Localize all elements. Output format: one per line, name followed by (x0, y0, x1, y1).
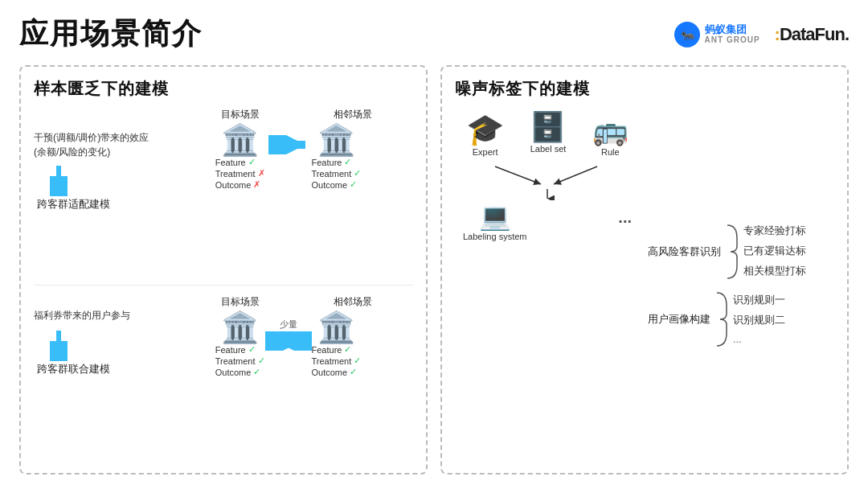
check-row: Treatment✗ (215, 168, 265, 179)
graduate-icon: 🎓 (466, 114, 504, 145)
ant-icon: 🐜 (674, 22, 700, 47)
noise-icons-section: 🎓 Expert 🗄️ Label set 🚌 Rule (455, 108, 640, 462)
check-row: Outcome✓ (312, 179, 362, 190)
noise-arrows-svg (467, 160, 628, 200)
right-panel: 噪声标签下的建模 🎓 Expert 🗄️ Label set (440, 65, 849, 475)
right-content: 🎓 Expert 🗄️ Label set 🚌 Rule (455, 108, 834, 462)
right-panel-title: 噪声标签下的建模 (455, 78, 834, 100)
neighbor-checks-2: Feature✓ Treatment✓ Outcome✓ (312, 344, 362, 377)
svg-line-14 (554, 166, 597, 184)
target-checks-1: Feature✓ Treatment✗ Outcome✗ (215, 157, 265, 190)
rule-icon-box: 🚌 Rule (592, 116, 628, 157)
scenario1-grid: 目标场景 相邻场景 🏛️ Feature✓ Treatment✗ (163, 108, 413, 190)
neighbor-label-2: 相邻场景 (317, 295, 389, 309)
expert-icon-box: 🎓 Expert (466, 114, 504, 157)
check-row: Outcome✓ (215, 367, 265, 377)
check-row: Feature✓ (215, 344, 265, 355)
left-panel-title: 样本匮乏下的建模 (34, 78, 413, 100)
scenario2-icons-row: 🏛️ Feature✓ Treatment✓ Outcome✓ 少量 (215, 312, 361, 377)
shao-liang-label: 少量 (280, 318, 297, 331)
check-row: Outcome✓ (312, 367, 362, 377)
intervention-text-2: 福利券带来的用户参与 (34, 308, 130, 323)
datafun-name: DataFun. (780, 24, 849, 44)
expert-label: Expert (473, 147, 498, 157)
target-icon-1: 🏛️ (221, 125, 259, 155)
ant-group-name: 蚂蚁集团 (705, 24, 760, 35)
portrait-brace (715, 291, 728, 347)
check-row: Treatment✓ (312, 355, 362, 366)
target-checks-2: Feature✓ Treatment✓ Outcome✓ (215, 344, 265, 377)
risk-brace (726, 224, 739, 280)
scenario1-text-col: 干预(调额/调价)带来的效应(余额/风险的变化) 跨客群适配建模 (34, 108, 158, 212)
scenario2-grid: 目标场景 相邻场景 🏛️ Feature✓ Treatment✓ (163, 295, 413, 377)
page-title: 应用场景简介 (19, 14, 203, 54)
labelset-label: Label set (530, 144, 567, 154)
dots-icon: ... (618, 208, 632, 227)
target-building-2: 🏛️ Feature✓ Treatment✓ Outcome✓ (215, 312, 265, 377)
risk-label: 高风险客群识别 (648, 244, 721, 259)
check-row: Treatment✓ (215, 355, 265, 366)
target-label-1: 目标场景 (204, 108, 276, 121)
page: 应用场景简介 🐜 蚂蚁集团 ANT GROUP :DataFun. (0, 0, 868, 489)
risk-section: 高风险客群识别 专家经验打标 已有逻辑达标 相关模型打标 (648, 224, 834, 280)
check-row: Feature✓ (312, 157, 362, 167)
database-icon: 🗄️ (530, 113, 566, 142)
arrows-container (467, 160, 628, 200)
scenario1-icons-row: 🏛️ Feature✓ Treatment✗ Outcome✗ (215, 125, 361, 190)
intervention-text-1: 干预(调额/调价)带来的效应(余额/风险的变化) (34, 130, 149, 159)
portrait-dots: ... (733, 334, 785, 345)
neighbor-label-1: 相邻场景 (317, 108, 389, 121)
svg-line-13 (495, 166, 541, 184)
logos: 🐜 蚂蚁集团 ANT GROUP :DataFun. (674, 22, 849, 47)
scenario1-labels: 目标场景 相邻场景 (204, 108, 389, 121)
svg-text:🐜: 🐜 (680, 28, 694, 42)
risk-items: 专家经验打标 已有逻辑达标 相关模型打标 (743, 224, 806, 278)
neighbor-icon-2: 🏛️ (317, 312, 355, 343)
check-row: Feature✓ (312, 344, 362, 355)
svg-rect-3 (56, 166, 61, 190)
risk-item-1: 专家经验打标 (743, 224, 806, 238)
blue-arrow-both (265, 331, 312, 351)
model-label-2: 跨客群联合建模 (37, 363, 110, 376)
left-panel: 样本匮乏下的建模 干预(调额/调价)带来的效应(余额/风险的变化) (19, 65, 428, 475)
cyan-arrow-1 (50, 166, 68, 196)
both-arrow-container: 少量 (265, 318, 312, 351)
target-icon-2: 🏛️ (221, 312, 259, 343)
labeling-icon-box: 💻 Labeling system (463, 203, 527, 241)
neighbor-checks-1: Feature✓ Treatment✓ Outcome✓ (312, 157, 362, 190)
neighbor-icon-1: 🏛️ (317, 125, 355, 155)
model-label-1: 跨客群适配建模 (37, 198, 110, 212)
target-building-1: 🏛️ Feature✓ Treatment✗ Outcome✗ (215, 125, 265, 190)
noise-right-sections: 高风险客群识别 专家经验打标 已有逻辑达标 相关模型打标 用户画 (648, 108, 834, 462)
rule-icon: 🚌 (592, 116, 628, 145)
cyan-arrow-2 (50, 331, 68, 361)
check-row: Outcome✗ (215, 179, 265, 190)
target-label-2: 目标场景 (204, 295, 276, 309)
down-arrow-2 (50, 331, 68, 361)
ant-group-sub: ANT GROUP (705, 35, 760, 44)
datafun-logo: :DataFun. (775, 24, 849, 45)
blue-arrow-right-1 (268, 135, 309, 154)
labeling-label: Labeling system (463, 232, 527, 241)
ant-group-logo: 🐜 蚂蚁集团 ANT GROUP (674, 22, 760, 47)
rule-label: Rule (601, 147, 620, 157)
scenario2-text-col: 福利券带来的用户参与 跨客群联合建模 (34, 295, 158, 376)
content-area: 样本匮乏下的建模 干预(调额/调价)带来的效应(余额/风险的变化) (19, 65, 849, 475)
right-arrow-1 (268, 135, 309, 158)
check-row: Treatment✓ (312, 168, 362, 179)
risk-item-2: 已有逻辑达标 (743, 244, 806, 258)
portrait-item-2: 识别规则二 (733, 314, 785, 327)
svg-rect-8 (56, 331, 61, 355)
check-row: Feature✓ (215, 157, 265, 167)
portrait-item-1: 识别规则一 (733, 294, 785, 307)
neighbor-building-1: 🏛️ Feature✓ Treatment✓ Outcome✓ (312, 125, 362, 190)
portrait-label: 用户画像构建 (648, 312, 710, 327)
portrait-items: 识别规则一 识别规则二 ... (733, 294, 785, 345)
laptop-icon: 💻 (479, 203, 511, 229)
portrait-section: 用户画像构建 识别规则一 识别规则二 ... (648, 291, 834, 347)
scenario-row-1: 干预(调额/调价)带来的效应(余额/风险的变化) 跨客群适配建模 (34, 108, 413, 275)
labeling-row: 💻 Labeling system ... (455, 203, 640, 241)
labelset-icon-box: 🗄️ Label set (530, 113, 566, 154)
scenario-row-2: 福利券带来的用户参与 跨客群联合建模 (34, 295, 413, 462)
risk-item-3: 相关模型打标 (743, 265, 806, 278)
